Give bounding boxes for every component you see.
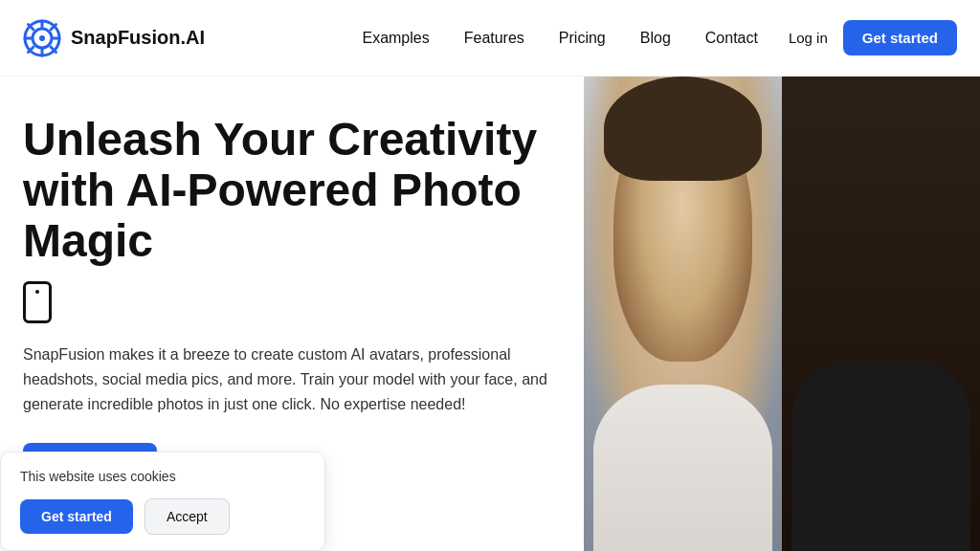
nav-actions: Log in Get started [789,20,957,55]
cookie-banner: This website uses cookies Get started Ac… [0,452,325,551]
navbar: SnapFusion.AI Examples Features Pricing … [0,0,980,77]
woman-shirt [791,362,969,551]
scroll-indicator-icon [23,281,52,323]
hero-image-man [584,77,782,551]
nav-link-features[interactable]: Features [464,30,524,47]
nav-link-blog[interactable]: Blog [640,30,671,47]
cookie-actions: Get started Accept [20,498,305,535]
hero-image [584,77,980,551]
man-shirt [593,385,771,551]
nav-links: Examples Features Pricing Blog Contact [362,30,757,47]
nav-link-contact[interactable]: Contact [705,30,758,47]
nav-get-started-button[interactable]: Get started [843,20,957,55]
nav-link-pricing[interactable]: Pricing [559,30,606,47]
hero-title: Unleash Your Creativity with AI-Powered … [23,115,561,266]
login-link[interactable]: Log in [789,30,828,46]
hero-image-woman [782,77,980,551]
cookie-message: This website uses cookies [20,468,305,487]
hero-description: SnapFusion makes it a breeze to create c… [23,342,559,416]
nav-link-examples[interactable]: Examples [362,30,429,47]
cookie-accept-button[interactable]: Accept [145,498,230,535]
brand-name: SnapFusion.AI [71,27,205,49]
cookie-get-started-button[interactable]: Get started [20,499,133,534]
svg-point-2 [39,35,45,41]
brand: SnapFusion.AI [23,19,205,57]
hero-composite-image [584,77,980,551]
brand-logo-icon [23,19,61,57]
